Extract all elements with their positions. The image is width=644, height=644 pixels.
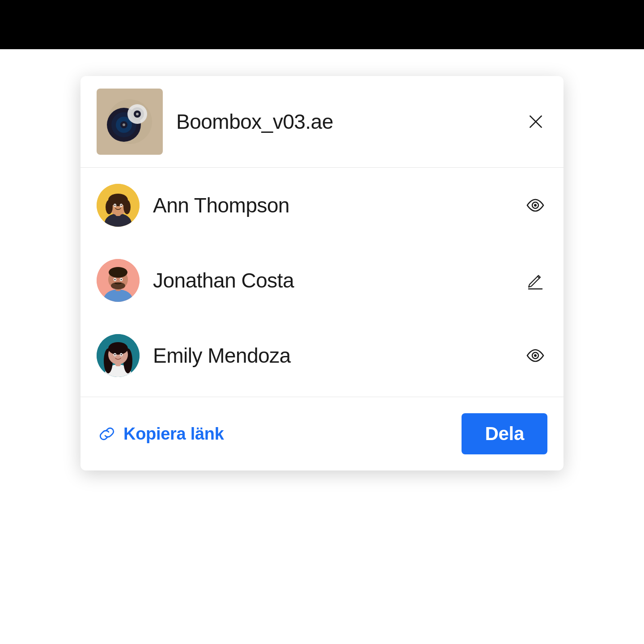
- svg-point-22: [121, 205, 122, 206]
- person-name-emily: Emily Mendoza: [153, 343, 510, 368]
- share-button[interactable]: Dela: [462, 413, 547, 454]
- svg-point-48: [534, 354, 537, 357]
- svg-point-29: [109, 267, 127, 278]
- svg-point-21: [114, 205, 116, 206]
- edit-permission-jonathan[interactable]: [523, 268, 547, 292]
- svg-point-42: [108, 342, 128, 355]
- person-row-emily: Emily Mendoza: [97, 318, 547, 393]
- topbar: [0, 0, 644, 49]
- person-name-jonathan: Jonathan Costa: [153, 268, 510, 292]
- svg-point-24: [534, 204, 537, 207]
- view-permission-emily[interactable]: [523, 343, 547, 368]
- svg-point-5: [123, 123, 125, 126]
- copy-link-button[interactable]: Kopiera länk: [97, 424, 224, 444]
- people-list: Ann Thompson: [80, 168, 564, 393]
- svg-point-45: [114, 354, 116, 356]
- svg-point-34: [121, 279, 122, 280]
- share-modal: Boombox_v03.ae: [80, 76, 564, 470]
- svg-point-30: [111, 282, 125, 289]
- modal-footer: Kopiera länk Dela: [80, 397, 564, 470]
- person-name-ann: Ann Thompson: [153, 193, 510, 217]
- avatar-ann: [97, 184, 140, 227]
- link-icon: [97, 424, 117, 444]
- copy-link-label: Kopiera länk: [123, 424, 224, 444]
- modal-header: Boombox_v03.ae: [80, 76, 564, 168]
- svg-point-9: [136, 113, 139, 115]
- file-name: Boombox_v03.ae: [176, 110, 511, 134]
- view-permission-ann[interactable]: [523, 193, 547, 217]
- avatar-jonathan: [97, 259, 140, 302]
- svg-point-17: [106, 200, 113, 214]
- avatar-emily: [97, 334, 140, 377]
- svg-point-46: [121, 354, 122, 356]
- svg-point-18: [123, 200, 131, 214]
- file-thumbnail: [97, 89, 163, 155]
- close-button[interactable]: [524, 110, 547, 133]
- person-row-ann: Ann Thompson: [97, 168, 547, 243]
- person-row-jonathan: Jonathan Costa: [97, 243, 547, 318]
- svg-point-33: [114, 279, 116, 280]
